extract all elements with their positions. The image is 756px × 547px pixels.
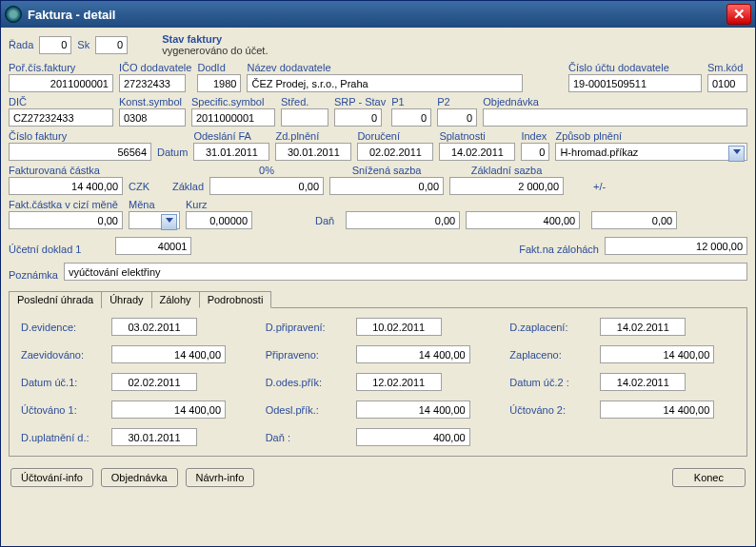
zakls-field[interactable]: 2 000,00 xyxy=(449,177,564,195)
srp-field[interactable]: 0 xyxy=(334,108,382,127)
status-block: Stav faktury vygenerováno do účet. xyxy=(162,33,268,56)
kurz-label: Kurz xyxy=(186,199,252,210)
button-bar: Účtování-info Objednávka Návrh-info Kone… xyxy=(9,466,747,489)
odp-field[interactable]: 14 400,00 xyxy=(356,400,470,419)
sniz-field[interactable]: 0,00 xyxy=(329,177,444,195)
dev-label: D.evidence: xyxy=(21,322,102,333)
fz-field[interactable]: 12 000,00 xyxy=(605,237,747,255)
zdpl-label: Zd.plnění xyxy=(275,130,351,142)
duc1-field[interactable]: 02.02.2011 xyxy=(111,373,197,391)
sk-label: Sk xyxy=(77,39,90,50)
cislouctu-field[interactable]: 19-0001509511 xyxy=(568,74,702,92)
dprip-label: D.připravení: xyxy=(266,322,347,333)
duc1-label: Datum úč.1: xyxy=(21,377,102,388)
status-text: vygenerováno do účet. xyxy=(162,45,268,56)
czk-label: CZK xyxy=(129,181,149,192)
p1-field[interactable]: 0 xyxy=(391,108,431,127)
dzap-label: D.zaplacení: xyxy=(509,322,590,333)
zaev-field[interactable]: 14 400,00 xyxy=(111,345,226,363)
window-title: Faktura - detail xyxy=(28,8,726,22)
chevron-down-icon xyxy=(733,149,741,154)
dodid-field[interactable]: 1980 xyxy=(197,74,241,92)
sk-field[interactable]: 0 xyxy=(95,36,128,54)
fakt-label: Fakturovaná částka xyxy=(9,165,123,176)
zaklad-field[interactable]: 0,00 xyxy=(209,177,324,195)
ico-label: IČO dodavatele xyxy=(119,62,191,73)
tab-uhrady[interactable]: Úhrady xyxy=(101,291,151,308)
pm-dan-field[interactable]: 0,00 xyxy=(591,211,677,229)
pm-label: +/- xyxy=(593,181,606,192)
porcis-field[interactable]: 2011000001 xyxy=(9,74,113,92)
dodp-field[interactable]: 12.02.2011 xyxy=(356,373,442,391)
smkod-label: Sm.kód xyxy=(707,62,747,73)
tabs: Poslední úhrada Úhrady Zálohy Podrobnost… xyxy=(9,290,747,307)
fakt-field[interactable]: 14 400,00 xyxy=(9,177,123,195)
dodid-label: DodId xyxy=(197,62,241,73)
dic-field[interactable]: CZ27232433 xyxy=(9,108,113,127)
rada-field[interactable]: 0 xyxy=(39,36,71,54)
nazev-label: Název dodavatele xyxy=(247,62,563,73)
navrh-info-button[interactable]: Návrh-info xyxy=(186,468,255,487)
fcm-field[interactable]: 0,00 xyxy=(9,211,123,229)
odes-field[interactable]: 31.01.2011 xyxy=(193,143,269,161)
uc2-label: Účtováno 2: xyxy=(509,404,590,416)
dic-label: DIČ xyxy=(9,96,113,107)
dev-field[interactable]: 03.02.2011 xyxy=(111,318,197,336)
ud-label: Účetní doklad 1 xyxy=(9,244,81,255)
zakl-dan-field[interactable]: 400,00 xyxy=(466,211,580,229)
smkod-field[interactable]: 0100 xyxy=(707,74,747,92)
mena-label: Měna xyxy=(129,199,180,210)
zap-label: Zaplaceno: xyxy=(509,349,590,361)
tab-zalohy[interactable]: Zálohy xyxy=(151,291,200,308)
splat-field[interactable]: 14.02.2011 xyxy=(439,143,515,161)
stred-field[interactable] xyxy=(281,108,328,127)
ss-label: Specific.symbol xyxy=(191,96,275,107)
srp-label: SRP - Stav xyxy=(334,96,386,107)
splat-label: Splatnosti xyxy=(439,130,515,142)
cf-field[interactable]: 56564 xyxy=(9,143,151,161)
odes-label: Odeslání FA xyxy=(193,130,269,142)
prip-field[interactable]: 14 400,00 xyxy=(356,345,470,363)
tab-podrobnosti[interactable]: Podrobnosti xyxy=(199,291,272,308)
ud-field[interactable]: 40001 xyxy=(115,237,191,255)
dup-label: D.uplatnění d.: xyxy=(21,432,102,443)
tab-posledni-uhrada[interactable]: Poslední úhrada xyxy=(9,291,102,308)
zap-field[interactable]: 14 400,00 xyxy=(600,345,714,363)
konec-button[interactable]: Konec xyxy=(672,468,746,487)
dodp-label: D.odes.přík: xyxy=(266,377,347,388)
index-label: Index xyxy=(521,130,549,142)
doruc-field[interactable]: 02.02.2011 xyxy=(357,143,433,161)
nazev-field[interactable]: ČEZ Prodej, s.r.o., Praha xyxy=(247,74,523,92)
dan2-field[interactable]: 400,00 xyxy=(356,428,470,446)
ks-field[interactable]: 0308 xyxy=(119,108,186,127)
tab-panel-podrobnosti: D.evidence:03.02.2011 D.připravení:10.02… xyxy=(9,307,747,457)
pct-label: 0% xyxy=(259,165,274,176)
obj-field[interactable] xyxy=(483,108,747,127)
mena-combo[interactable] xyxy=(129,211,180,229)
uc2-field[interactable]: 14 400,00 xyxy=(600,400,714,419)
index-field[interactable]: 0 xyxy=(521,143,549,161)
fcm-label: Fakt.částka v cizí měně xyxy=(9,199,123,210)
dup-field[interactable]: 30.01.2011 xyxy=(111,428,197,446)
uctovani-info-button[interactable]: Účtování-info xyxy=(10,468,93,487)
pozn-field[interactable]: vyúčtování elektřiny xyxy=(64,263,747,281)
p2-field[interactable]: 0 xyxy=(437,108,477,127)
sniz-dan-field[interactable]: 0,00 xyxy=(346,211,460,229)
ss-field[interactable]: 2011000001 xyxy=(191,108,275,127)
zdpl-field[interactable]: 30.01.2011 xyxy=(275,143,351,161)
status-header: Stav faktury xyxy=(162,33,222,45)
uc1-field[interactable]: 14 400,00 xyxy=(111,400,226,419)
close-button[interactable]: ✕ xyxy=(726,4,751,25)
cislouctu-label: Číslo účtu dodavatele xyxy=(568,62,702,73)
dprip-field[interactable]: 10.02.2011 xyxy=(356,318,442,336)
cf-label: Číslo faktury xyxy=(9,130,151,142)
zpln-combo[interactable]: H-hromad.příkaz xyxy=(555,143,747,161)
form-body: Řada 0 Sk 0 Stav faktury vygenerováno do… xyxy=(1,28,755,495)
fz-label: Fakt.na zálohách xyxy=(519,244,599,255)
dzap-field[interactable]: 14.02.2011 xyxy=(600,318,686,336)
zpln-label: Způsob plnění xyxy=(555,130,747,142)
objednavka-button[interactable]: Objednávka xyxy=(101,468,178,487)
duc2-field[interactable]: 14.02.2011 xyxy=(600,373,686,391)
kurz-field[interactable]: 0,00000 xyxy=(186,211,252,229)
ico-field[interactable]: 27232433 xyxy=(119,74,186,92)
